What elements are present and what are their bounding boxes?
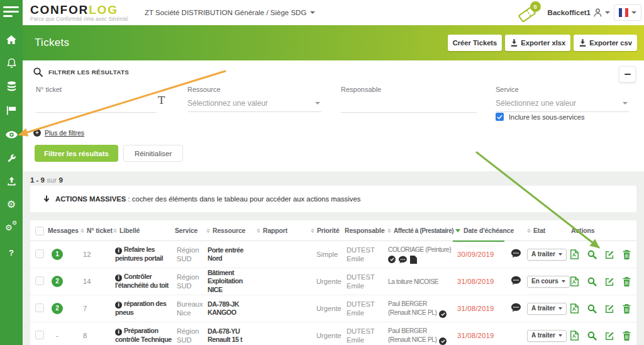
info-icon[interactable]: i — [115, 274, 122, 281]
state-dropdown[interactable]: A traiter — [527, 249, 567, 261]
cell-ticket-number: 12 — [78, 250, 111, 259]
cell-label: iRefaire les peintures portail — [111, 246, 172, 263]
create-tickets-button[interactable]: Créer Tickets — [448, 35, 502, 51]
cell-resource: Porte entrée Nord — [204, 246, 254, 263]
results-count: 1 - 9 sur 9 — [30, 176, 63, 184]
delete-button[interactable] — [623, 304, 631, 314]
org-selector[interactable]: ZT Société DISTRIBUTION Générale / Siège… — [145, 9, 315, 16]
database-icon[interactable] — [0, 80, 23, 93]
help-icon[interactable]: ? — [0, 246, 23, 259]
state-dropdown[interactable]: En cours — [527, 276, 570, 288]
filter-reset-button[interactable]: Réinitialiser — [123, 145, 183, 162]
row-checkbox[interactable] — [35, 303, 44, 312]
download-icon — [510, 39, 518, 47]
flag-icon[interactable] — [0, 104, 23, 116]
sort-icon — [387, 229, 391, 234]
upload-icon[interactable] — [0, 175, 23, 188]
text-format-icon[interactable]: T — [158, 94, 165, 106]
tickets-shortcut-icon[interactable]: 0 — [516, 1, 540, 24]
pdf-button[interactable] — [570, 249, 579, 259]
cell-due-date: 31/08/2019 — [453, 331, 508, 340]
gear-icon[interactable]: ⚙ — [0, 198, 23, 210]
edit-icon — [605, 277, 614, 286]
validated-icon — [439, 310, 447, 318]
sidebar: ⚙ ⚙⚙ ? — [0, 0, 23, 345]
state-dropdown[interactable]: A traiter — [527, 303, 567, 315]
more-filters-link[interactable]: + Plus de filtres — [33, 129, 84, 137]
cell-due-date: 30/09/2019 — [453, 250, 508, 259]
view-button[interactable] — [587, 331, 597, 341]
topbar: ConforLog Parce que Conformité rime avec… — [23, 0, 644, 25]
logo[interactable]: ConforLog Parce que Conformité rime avec… — [30, 4, 136, 22]
column-header-rapport[interactable]: Rapport — [254, 220, 308, 241]
validated-icon — [439, 337, 447, 345]
column-header-service: Service — [172, 220, 204, 241]
export-csv-button[interactable]: Exporter csv — [574, 35, 637, 51]
export-xlsx-button[interactable]: Exporter xlsx — [505, 35, 570, 51]
edit-button[interactable] — [605, 331, 614, 341]
view-icon — [587, 250, 597, 259]
bell-icon[interactable] — [0, 57, 23, 69]
language-selector[interactable] — [614, 4, 641, 21]
filter-submit-button[interactable]: Filtrer les résultats — [35, 145, 118, 162]
include-subservices-checkbox[interactable] — [496, 113, 504, 121]
service-select[interactable]: Sélectionnez une valeur — [496, 93, 629, 112]
info-icon[interactable]: i — [115, 247, 122, 254]
filter-panel: FILTRER LES RÉSULTATS N° ticket T Ressou… — [23, 60, 644, 171]
pdf-icon — [570, 331, 579, 341]
edit-button[interactable] — [605, 304, 614, 314]
gears-icon[interactable]: ⚙⚙ — [0, 221, 23, 234]
pdf-button[interactable] — [570, 303, 579, 314]
edit-button[interactable] — [605, 277, 614, 286]
delete-button[interactable] — [623, 331, 631, 341]
pdf-button[interactable] — [570, 331, 579, 341]
massive-actions-banner: ACTIONS MASSIVES : cocher des éléments d… — [30, 186, 636, 212]
ticket-number-input[interactable] — [36, 93, 157, 113]
cell-responsible: DUTEST Emile — [342, 246, 385, 263]
tickets-table: MessagesN° ticketLibelléServiceRessource… — [30, 220, 636, 345]
validated-icon — [388, 256, 396, 263]
eye-icon[interactable] — [0, 128, 23, 141]
row-checkbox[interactable] — [35, 249, 44, 258]
view-button[interactable] — [587, 277, 597, 286]
row-checkbox[interactable] — [35, 276, 44, 285]
column-header-date[interactable]: Date d'échéance — [453, 220, 508, 241]
menu-icon[interactable] — [3, 6, 19, 20]
chevron-down-icon — [310, 11, 315, 14]
include-subservices-label: Inclure les sous-services — [509, 113, 584, 121]
column-header-libelle[interactable]: Libellé — [111, 220, 172, 241]
view-button[interactable] — [587, 250, 597, 259]
edit-button[interactable] — [605, 250, 614, 259]
select-all-checkbox[interactable] — [35, 227, 44, 235]
user-menu[interactable]: Backofficet1 — [548, 8, 610, 17]
delete-button[interactable] — [623, 250, 631, 259]
column-header-priorite[interactable]: Priorité — [308, 220, 342, 241]
home-icon[interactable] — [0, 33, 23, 46]
column-header-ticket[interactable]: N° ticket — [78, 220, 111, 241]
view-button[interactable] — [587, 304, 597, 314]
delete-button[interactable] — [623, 277, 631, 286]
state-dropdown[interactable]: A traiter — [527, 330, 567, 342]
wrench-icon[interactable] — [0, 152, 23, 164]
comment-icon — [398, 256, 408, 264]
resource-field: Ressource Sélectionnez une valeur — [187, 86, 321, 112]
page-title: Tickets — [35, 37, 69, 49]
messages-count-badge: 1 — [52, 249, 63, 260]
plus-icon: + — [33, 129, 41, 137]
collapse-filters-button[interactable] — [619, 66, 636, 82]
cell-label: iContrôler l'étanchéité du toit — [111, 273, 172, 290]
cell-state: A traiter — [525, 249, 569, 261]
pdf-button[interactable] — [570, 276, 579, 286]
column-header-etat[interactable]: Etat — [525, 220, 569, 241]
delete-icon — [623, 331, 631, 341]
resource-select[interactable]: Sélectionnez une valeur — [187, 93, 321, 112]
responsible-input[interactable] — [341, 93, 477, 113]
column-header-affecte[interactable]: Affecté à (Prestataire) — [385, 220, 453, 241]
sort-icon — [311, 229, 314, 234]
row-checkbox[interactable] — [35, 331, 44, 339]
column-header-ressource[interactable]: Ressource — [204, 220, 254, 241]
info-icon[interactable]: i — [115, 302, 122, 308]
responsible-label: Responsable — [341, 86, 477, 93]
info-icon[interactable]: i — [115, 329, 122, 336]
sort-icon — [257, 229, 260, 234]
